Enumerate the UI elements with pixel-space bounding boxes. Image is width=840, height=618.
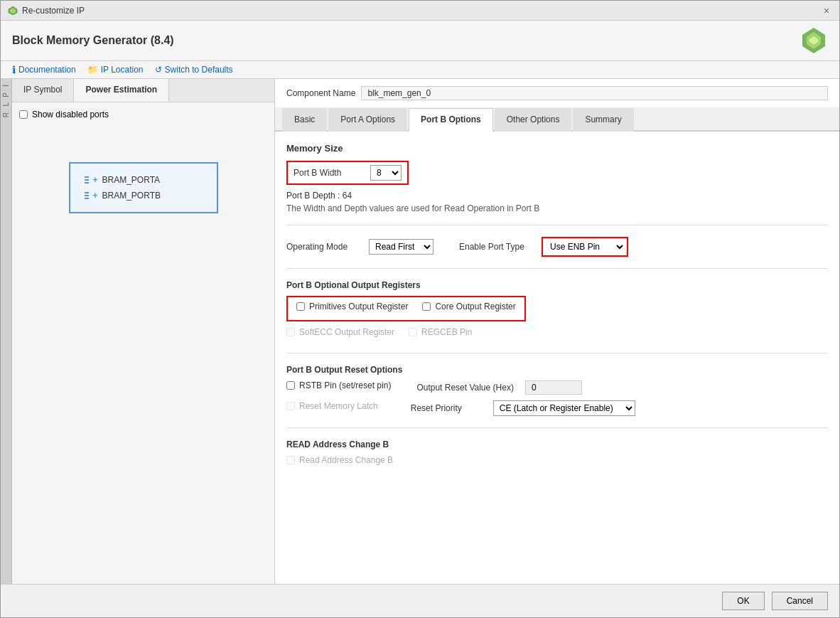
rstb-pin-label: RSTB Pin (set/reset pin) bbox=[299, 380, 391, 390]
component-name-row: Component Name blk_mem_gen_0 bbox=[275, 79, 839, 108]
core-output-register-row: Core Output Register bbox=[422, 302, 515, 311]
operating-mode-row: Operating Mode Read First Write First No… bbox=[286, 237, 828, 257]
port-b-width-select[interactable]: 8 4 16 32 bbox=[370, 165, 402, 181]
read-address-change-b-checkbox[interactable] bbox=[286, 456, 295, 464]
enable-port-type-outlined: Use ENB Pin Always Enabled bbox=[542, 237, 628, 257]
folder-icon: 📁 bbox=[87, 65, 98, 75]
bram-portb-row: + BRAM_PORTB bbox=[85, 188, 203, 203]
tab-port-b-options[interactable]: Port B Options bbox=[409, 108, 493, 132]
operating-mode-select[interactable]: Read First Write First No Change bbox=[369, 239, 434, 255]
porta-line3 bbox=[85, 182, 89, 183]
enable-port-type-select[interactable]: Use ENB Pin Always Enabled bbox=[544, 240, 625, 254]
primitives-output-register-label: Primitives Output Register bbox=[309, 302, 408, 311]
left-tabs: IP Symbol Power Estimation bbox=[12, 79, 274, 102]
softecc-output-register-checkbox[interactable] bbox=[286, 328, 295, 336]
primitives-output-register-checkbox[interactable] bbox=[296, 302, 305, 311]
rstb-pin-checkbox-row: RSTB Pin (set/reset pin) bbox=[286, 380, 391, 390]
component-name-value: blk_mem_gen_0 bbox=[361, 86, 828, 100]
left-sidebar-labels: I P L R bbox=[1, 79, 12, 584]
tab-port-a-options[interactable]: Port A Options bbox=[328, 108, 407, 132]
ip-location-label: IP Location bbox=[101, 65, 144, 75]
bram-porta-label: BRAM_PORTA bbox=[102, 175, 161, 185]
regceb-pin-label: REGCEB Pin bbox=[421, 327, 472, 337]
bram-portb-label: BRAM_PORTB bbox=[102, 191, 161, 201]
right-panel: Component Name blk_mem_gen_0 Basic Port … bbox=[275, 79, 839, 584]
switch-defaults-link[interactable]: ↺ Switch to Defaults bbox=[155, 65, 233, 75]
portb-line1 bbox=[85, 192, 89, 193]
side-label-i: I bbox=[2, 85, 10, 87]
divider-3 bbox=[286, 353, 828, 353]
toolbar: ℹ Documentation 📁 IP Location ↺ Switch t… bbox=[1, 61, 839, 79]
header: Block Memory Generator (8.4) bbox=[1, 21, 839, 61]
side-label-l: L bbox=[2, 102, 10, 107]
portb-line2 bbox=[85, 195, 89, 196]
refresh-icon: ↺ bbox=[155, 65, 162, 75]
tab-other-options[interactable]: Other Options bbox=[495, 108, 572, 132]
output-reset-options-title: Port B Output Reset Options bbox=[286, 365, 828, 375]
left-panel: IP Symbol Power Estimation Show disabled… bbox=[12, 79, 275, 584]
main-content: I P L R IP Symbol Power Estimation Show … bbox=[1, 79, 839, 584]
rstb-pin-row: RSTB Pin (set/reset pin) Output Reset Va… bbox=[286, 380, 828, 395]
reset-memory-latch-row: Reset Memory Latch Reset Priority CE (La… bbox=[286, 400, 828, 416]
core-output-register-checkbox[interactable] bbox=[422, 302, 431, 311]
tab-basic[interactable]: Basic bbox=[282, 108, 327, 132]
tab-power-estimation[interactable]: Power Estimation bbox=[74, 79, 169, 102]
porta-expand-icon[interactable]: + bbox=[93, 175, 98, 185]
tab-ip-symbol[interactable]: IP Symbol bbox=[12, 79, 74, 102]
dialog-title: Block Memory Generator (8.4) bbox=[12, 34, 174, 47]
port-b-width-outlined: Port B Width 8 4 16 32 bbox=[286, 161, 409, 185]
side-label-p: P bbox=[2, 92, 10, 97]
portb-expand-icon[interactable]: + bbox=[93, 191, 98, 201]
close-button[interactable]: × bbox=[821, 5, 832, 16]
main-window: Re-customize IP × Block Memory Generator… bbox=[0, 0, 840, 618]
documentation-label: Documentation bbox=[18, 65, 76, 75]
component-name-label: Component Name bbox=[286, 88, 355, 98]
title-bar-left: Re-customize IP bbox=[8, 6, 85, 16]
port-b-width-row: Port B Width 8 4 16 32 bbox=[286, 161, 828, 185]
app-icon bbox=[8, 6, 18, 16]
porta-lines bbox=[85, 176, 89, 183]
cancel-button[interactable]: Cancel bbox=[772, 592, 828, 610]
reset-memory-latch-label: Reset Memory Latch bbox=[299, 401, 378, 411]
window-title: Re-customize IP bbox=[22, 6, 85, 16]
show-disabled-ports-checkbox[interactable] bbox=[19, 110, 28, 119]
output-registers-outlined: Primitives Output Register Core Output R… bbox=[286, 296, 526, 321]
regceb-pin-checkbox[interactable] bbox=[409, 328, 417, 336]
memory-size-title: Memory Size bbox=[286, 143, 828, 154]
width-depth-info: The Width and Depth values are used for … bbox=[286, 203, 828, 213]
reset-memory-latch-checkbox[interactable] bbox=[286, 402, 295, 410]
vivado-logo bbox=[799, 26, 828, 55]
read-address-change-title: READ Address Change B bbox=[286, 439, 828, 449]
optional-output-registers-title: Port B Optional Output Registers bbox=[286, 280, 828, 290]
enable-port-type-label: Enable Port Type bbox=[459, 242, 530, 252]
regceb-row: REGCEB Pin bbox=[409, 327, 472, 337]
switch-defaults-label: Switch to Defaults bbox=[165, 65, 233, 75]
footer: OK Cancel bbox=[1, 584, 839, 617]
left-panel-body: Show disabled ports + BRAM_PORTA bbox=[12, 102, 274, 584]
porta-line1 bbox=[85, 176, 89, 178]
reset-memory-latch-checkbox-row: Reset Memory Latch bbox=[286, 401, 378, 411]
ip-location-link[interactable]: 📁 IP Location bbox=[87, 65, 144, 75]
divider-2 bbox=[286, 268, 828, 269]
core-output-register-label: Core Output Register bbox=[435, 302, 515, 311]
tab-summary[interactable]: Summary bbox=[573, 108, 633, 132]
documentation-link[interactable]: ℹ Documentation bbox=[12, 64, 76, 75]
output-reset-value-input[interactable] bbox=[525, 380, 582, 395]
bram-block: + BRAM_PORTA + BRAM_PORTB bbox=[69, 162, 218, 213]
ok-button[interactable]: OK bbox=[722, 592, 764, 610]
softecc-regceb-row: SoftECC Output Register REGCEB Pin bbox=[286, 327, 828, 341]
softecc-row: SoftECC Output Register bbox=[286, 327, 394, 337]
operating-mode-label: Operating Mode bbox=[286, 242, 357, 252]
output-reset-value-label: Output Reset Value (Hex) bbox=[416, 383, 514, 393]
reset-priority-select[interactable]: CE (Latch or Register Enable) SR (Set/Re… bbox=[493, 400, 635, 416]
show-disabled-ports-row: Show disabled ports bbox=[19, 110, 267, 119]
primitives-output-register-row: Primitives Output Register bbox=[296, 302, 408, 311]
read-address-change-b-label: Read Address Change B bbox=[299, 455, 393, 465]
divider-4 bbox=[286, 427, 828, 428]
softecc-output-register-label: SoftECC Output Register bbox=[299, 327, 394, 337]
porta-line2 bbox=[85, 179, 89, 181]
divider-1 bbox=[286, 225, 828, 225]
tab-content-port-b: Memory Size Port B Width 8 4 16 32 Port … bbox=[275, 132, 839, 584]
rstb-pin-checkbox[interactable] bbox=[286, 381, 295, 390]
portb-lines bbox=[85, 192, 89, 199]
